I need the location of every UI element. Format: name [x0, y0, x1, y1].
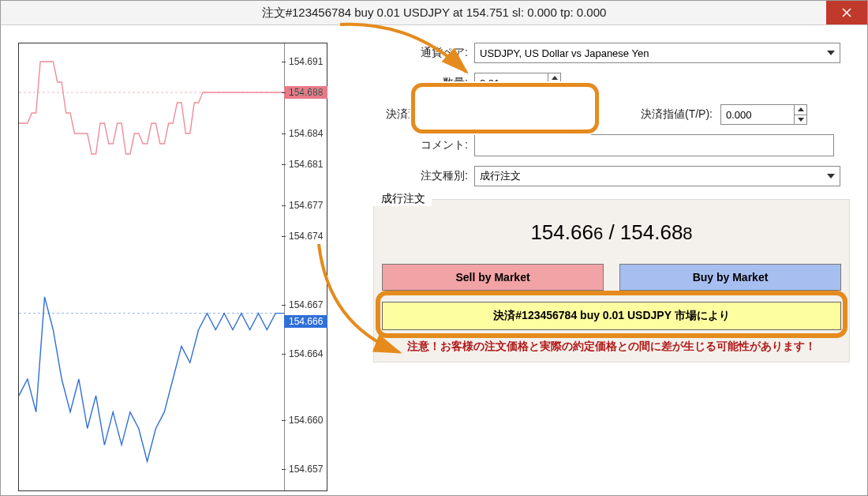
tp-spinner[interactable] [720, 104, 807, 125]
select-ordertype-value: 成行注文 [480, 169, 521, 183]
close-button[interactable] [826, 1, 867, 24]
comment-input[interactable] [474, 134, 834, 156]
market-title: 成行注文 [370, 192, 432, 206]
bid-price-tag: 154.666 [284, 315, 327, 328]
price-line: 154.666 / 154.688 [382, 220, 841, 245]
sl-spinner[interactable] [476, 104, 563, 125]
chevron-down-icon [798, 118, 804, 122]
label-ordertype: 注文種別: [373, 169, 474, 183]
warning-text: 注意！お客様の注文価格と実際の約定価格との間に差が生じる可能性があります！ [382, 340, 841, 354]
volume-up[interactable] [548, 73, 560, 84]
chevron-up-icon [553, 107, 559, 111]
sell-button[interactable]: Sell by Market [382, 264, 604, 291]
tp-up[interactable] [795, 105, 806, 115]
select-ordertype[interactable]: 成行注文 [474, 166, 840, 186]
chevron-down-icon [553, 118, 559, 122]
order-window: 注文#123456784 buy 0.01 USDJPY at 154.751 … [0, 0, 868, 496]
label-volume: 数量: [373, 76, 474, 90]
chevron-down-icon [552, 86, 558, 90]
titlebar: 注文#123456784 buy 0.01 USDJPY at 154.751 … [1, 1, 867, 25]
volume-input[interactable] [475, 77, 548, 89]
sl-input[interactable] [477, 109, 549, 121]
tp-input[interactable] [721, 109, 794, 121]
sl-up[interactable] [550, 105, 562, 115]
select-pair-value: USDJPY, US Dollar vs Japanese Yen [480, 47, 649, 59]
sl-down[interactable] [550, 115, 562, 125]
ask-line [19, 43, 284, 257]
chevron-up-icon [798, 107, 804, 111]
market-panel: 成行注文 154.666 / 154.688 Sell by Market Bu… [373, 199, 850, 363]
chevron-up-icon [552, 76, 558, 80]
label-pair: 通貨ペア: [373, 46, 474, 60]
tp-down[interactable] [795, 115, 806, 125]
close-icon [842, 8, 851, 17]
label-tp: 決済指値(T/P): [602, 107, 713, 122]
bid-line [19, 272, 284, 486]
tick-chart: 154.688 154.666 154.691154.688154.684154… [18, 43, 327, 491]
volume-spinner[interactable] [474, 73, 561, 93]
select-pair[interactable]: USDJPY, US Dollar vs Japanese Yen [474, 43, 840, 63]
volume-down[interactable] [548, 84, 560, 93]
window-title: 注文#123456784 buy 0.01 USDJPY at 154.751 … [262, 6, 607, 21]
label-sl: 決済逆指値(S/L): [373, 107, 468, 122]
label-comment: コメント: [373, 138, 474, 152]
buy-button[interactable]: Buy by Market [619, 264, 841, 291]
close-order-button[interactable]: 決済#123456784 buy 0.01 USDJPY 市場により [382, 302, 841, 330]
